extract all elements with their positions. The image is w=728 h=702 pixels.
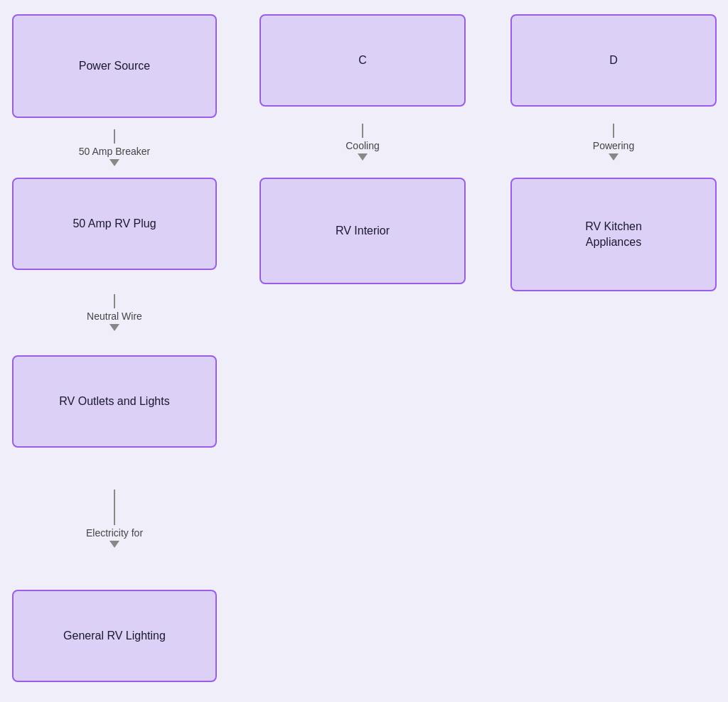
node-d: D [510, 14, 717, 107]
connector-label-electricity: Electricity for [86, 527, 143, 539]
node-rv-outlets-label: RV Outlets and Lights [59, 394, 169, 409]
node-c: C [259, 14, 466, 107]
node-power-source: Power Source [12, 14, 217, 118]
node-power-source-label: Power Source [79, 58, 151, 74]
arrow-down [109, 324, 119, 331]
connector-powering: Powering [510, 107, 717, 178]
node-rv-lighting: General RV Lighting [12, 590, 217, 682]
connector-line [114, 294, 115, 308]
connector-line [362, 124, 363, 138]
arrow-down [609, 153, 619, 161]
node-rv-lighting-label: General RV Lighting [63, 628, 166, 644]
node-rv-plug-label: 50 Amp RV Plug [73, 216, 156, 232]
node-rv-plug: 50 Amp RV Plug [12, 178, 217, 270]
arrow-down [109, 159, 119, 166]
connector-label-neutral: Neutral Wire [87, 310, 142, 322]
connector-electricity-for: Electricity for [12, 448, 217, 590]
connector-line [613, 124, 614, 138]
connector-neutral-wire: Neutral Wire [12, 270, 217, 355]
arrow-down [109, 541, 119, 548]
connector-label-50amp: 50 Amp Breaker [79, 146, 150, 157]
node-rv-interior: RV Interior [259, 178, 466, 284]
arrow-down [358, 153, 368, 161]
diagram-container: Power Source 50 Amp Breaker 50 Amp RV Pl… [0, 0, 728, 702]
connector-label-cooling: Cooling [346, 140, 379, 151]
node-d-label: D [609, 53, 618, 68]
node-rv-kitchen-label: RV Kitchen Appliances [585, 219, 642, 251]
node-rv-outlets: RV Outlets and Lights [12, 355, 217, 448]
connector-line [114, 490, 115, 525]
node-rv-kitchen: RV Kitchen Appliances [510, 178, 717, 291]
node-rv-interior-label: RV Interior [336, 223, 390, 239]
connector-line [114, 129, 115, 144]
connector-label-powering: Powering [593, 140, 634, 151]
node-c-label: C [358, 53, 367, 68]
connector-50amp-breaker: 50 Amp Breaker [12, 118, 217, 178]
connector-cooling: Cooling [259, 107, 466, 178]
